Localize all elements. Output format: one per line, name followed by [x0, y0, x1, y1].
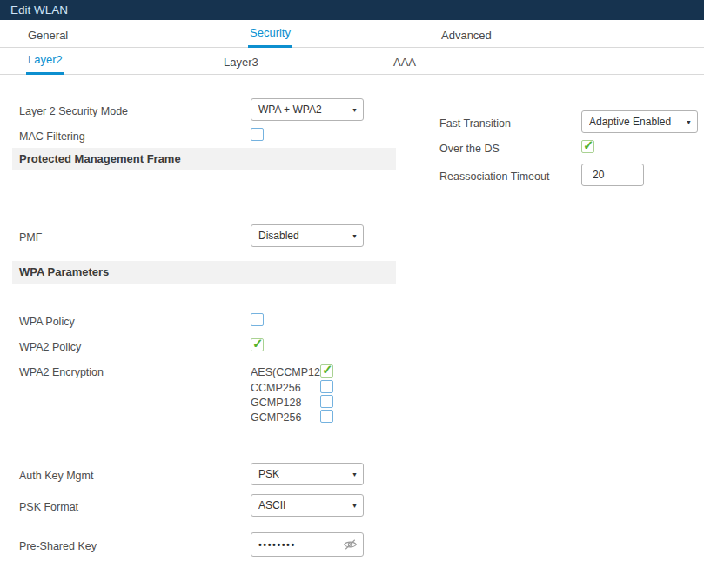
chevron-down-icon: ▼: [352, 233, 358, 239]
fast-transition-select[interactable]: Adaptive Enabled ▼: [581, 110, 698, 133]
encryption-option-label: GCMP128: [251, 397, 301, 409]
mac-filtering-label: MAC Filtering: [19, 130, 85, 143]
encryption-option-label: CCMP256: [251, 382, 301, 394]
pre-shared-key-field[interactable]: ••••••••: [251, 532, 364, 557]
chevron-down-icon: ▼: [352, 471, 358, 478]
pmf-select[interactable]: Disabled ▼: [251, 224, 364, 247]
wpa2-encryption-label: WPA2 Encryption: [19, 366, 104, 378]
wpa-parameters-section-header: WPA Parameters: [12, 261, 396, 284]
over-the-ds-checkbox[interactable]: [581, 140, 594, 153]
layer2-security-mode-select[interactable]: WPA + WPA2 ▼: [251, 98, 364, 121]
fast-transition-label: Fast Transition: [439, 117, 511, 130]
mac-filtering-checkbox[interactable]: [251, 128, 264, 141]
sub-tab-bar: Layer2 Layer3 AAA: [0, 50, 704, 75]
encryption-aes-ccmp128-checkbox[interactable]: [320, 364, 333, 378]
eye-slash-icon[interactable]: [343, 538, 358, 551]
pre-shared-key-value: ••••••••: [258, 539, 343, 550]
wpa2-policy-checkbox[interactable]: [251, 338, 264, 351]
auth-key-mgmt-label: Auth Key Mgmt: [19, 470, 93, 482]
fast-transition-value: Adaptive Enabled: [589, 116, 671, 128]
chevron-down-icon: ▼: [686, 119, 692, 125]
encryption-option-label: AES(CCMP128): [251, 366, 330, 378]
chevron-down-icon: ▼: [352, 107, 358, 113]
tab-advanced[interactable]: Advanced: [439, 29, 493, 48]
layer2-security-mode-value: WPA + WPA2: [258, 104, 322, 116]
main-tab-bar: General Security Advanced: [0, 24, 704, 48]
psk-format-label: PSK Format: [19, 501, 78, 513]
tab-security[interactable]: Security: [248, 26, 292, 48]
reassociation-timeout-input[interactable]: 20: [581, 164, 644, 186]
wpa-policy-label: WPA Policy: [19, 316, 75, 328]
pmf-section-header: Protected Management Frame: [12, 148, 396, 170]
tab-layer2[interactable]: Layer2: [26, 53, 64, 75]
wpa-policy-checkbox[interactable]: [251, 313, 264, 326]
tab-general[interactable]: General: [26, 29, 70, 48]
wpa2-policy-label: WPA2 Policy: [19, 341, 81, 353]
encryption-option-label: GCMP256: [251, 411, 301, 424]
encryption-ccmp256-checkbox[interactable]: [320, 380, 333, 393]
chevron-down-icon: ▼: [352, 503, 358, 509]
pmf-value: Disabled: [258, 230, 299, 242]
psk-format-value: ASCII: [258, 499, 285, 511]
encryption-gcmp256-checkbox[interactable]: [320, 410, 333, 423]
psk-format-select[interactable]: ASCII ▼: [251, 494, 364, 517]
auth-key-mgmt-select[interactable]: PSK ▼: [251, 463, 364, 485]
pre-shared-key-label: Pre-Shared Key: [19, 540, 97, 552]
over-the-ds-label: Over the DS: [439, 143, 500, 155]
tab-aaa[interactable]: AAA: [392, 56, 418, 75]
tab-layer3[interactable]: Layer3: [222, 56, 260, 75]
reassociation-timeout-label: Reassociation Timeout: [439, 170, 549, 183]
layer2-security-mode-label: Layer 2 Security Mode: [19, 105, 128, 117]
auth-key-mgmt-value: PSK: [258, 468, 279, 480]
pmf-label: PMF: [19, 231, 42, 244]
encryption-gcmp128-checkbox[interactable]: [320, 395, 333, 408]
dialog-title: Edit WLAN: [0, 0, 704, 20]
